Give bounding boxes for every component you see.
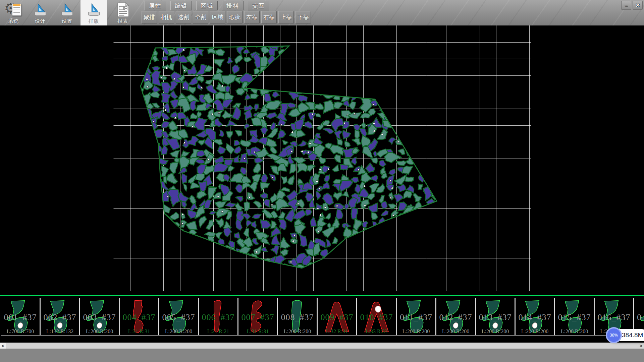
piece-thumbnail-007_#37[interactable]: 007_#37L:31 R:31 bbox=[238, 298, 278, 336]
scroll-left-arrow-icon[interactable]: < bbox=[0, 343, 6, 349]
tool-button-下靠[interactable]: 下靠 bbox=[296, 11, 311, 23]
app-tab-设计[interactable]: 设计 bbox=[27, 0, 54, 25]
app-launcher-row: ⚙系统设计设置排版报表 bbox=[0, 0, 136, 25]
tool-button-右靠[interactable]: 右靠 bbox=[261, 11, 277, 23]
piece-name-label: 015_#37 bbox=[555, 312, 594, 322]
app-tab-排版[interactable]: 排版 bbox=[80, 0, 107, 25]
piece-thumbnail-strip: 001_#37L:700 R:700002_#37L:132 R:132003_… bbox=[0, 295, 644, 338]
piece-name-label: 0 bbox=[634, 312, 644, 322]
menu-row: 属性编辑区域排料交互 bbox=[145, 1, 269, 10]
ruler-icon bbox=[86, 2, 102, 17]
window-controls: – ✕ bbox=[621, 1, 643, 10]
tool-button-区域[interactable]: 区域 bbox=[210, 11, 225, 23]
piece-lr-count-label: L:200 R:200 bbox=[436, 328, 475, 335]
app-tab-系统[interactable]: ⚙系统 bbox=[0, 0, 27, 25]
memory-usage-label: 384.8M bbox=[622, 331, 643, 339]
piece-name-label: 016_#37 bbox=[595, 312, 633, 322]
nesting-canvas[interactable] bbox=[0, 25, 644, 295]
tool-button-瑕疵[interactable]: 瑕疵 bbox=[227, 11, 243, 23]
piece-name-label: 008_#37 bbox=[278, 312, 317, 322]
piece-lr-count-label: L:31 R:31 bbox=[238, 328, 277, 335]
tool-button-左靠[interactable]: 左靠 bbox=[244, 11, 260, 23]
piece-lr-count-label: L:132 R:132 bbox=[41, 328, 79, 335]
piece-thumbnail-013_#37[interactable]: 013_#37L:200 R:200 bbox=[476, 298, 515, 336]
piece-name-label: 002_#37 bbox=[41, 312, 79, 322]
piece-name-label: 005_#37 bbox=[159, 312, 198, 322]
close-button[interactable]: ✕ bbox=[633, 1, 643, 10]
piece-thumbnail-list: 001_#37L:700 R:700002_#37L:132 R:132003_… bbox=[1, 298, 644, 336]
piece-name-label: 010_#37 bbox=[357, 312, 396, 322]
piece-lr-count-label: L:200 R:200 bbox=[397, 328, 435, 335]
piece-thumbnail-001_#37[interactable]: 001_#37L:700 R:700 bbox=[1, 298, 40, 336]
piece-thumbnail-012_#37[interactable]: 012_#37L:200 R:200 bbox=[436, 298, 476, 336]
tool-row: 聚排相机选割全割区域瑕疵左靠右靠上靠下靠 bbox=[142, 11, 311, 23]
piece-thumbnail-010_#37[interactable]: 010_#37L:33 R:33 bbox=[357, 298, 396, 336]
piece-thumbnail-003_#37[interactable]: 003_#37L:200 R:200 bbox=[80, 298, 119, 336]
piece-name-label: 009_#37 bbox=[318, 312, 356, 322]
piece-lr-count-label: L:32 R:31 bbox=[318, 328, 356, 335]
tool-button-聚排[interactable]: 聚排 bbox=[142, 11, 157, 23]
memory-status-badge: 38% 384.8M bbox=[608, 329, 644, 341]
system-gear-icon: ⚙ bbox=[5, 2, 22, 18]
piece-name-label: 003_#37 bbox=[80, 312, 119, 322]
piece-thumbnail-004_#37[interactable]: 004_#37L:31 R:31 bbox=[119, 298, 159, 336]
app-tab-报表[interactable]: 报表 bbox=[109, 0, 136, 25]
piece-name-label: 012_#37 bbox=[436, 312, 475, 322]
ruler-icon bbox=[33, 2, 48, 17]
report-icon bbox=[115, 2, 130, 17]
piece-lr-count-label: L:200 R:200 bbox=[278, 328, 317, 335]
tool-button-上靠[interactable]: 上靠 bbox=[278, 11, 294, 23]
minimize-button[interactable]: – bbox=[621, 1, 631, 10]
piece-lr-count-label: L:700 R:700 bbox=[1, 328, 40, 335]
app-tab-label: 排版 bbox=[89, 18, 99, 24]
app-tab-label: 报表 bbox=[117, 18, 128, 24]
app-tab-label: 设计 bbox=[35, 18, 46, 24]
app-tab-label: 设置 bbox=[62, 18, 72, 24]
tool-button-选割[interactable]: 选割 bbox=[176, 11, 191, 23]
app-tab-设置[interactable]: 设置 bbox=[54, 0, 80, 25]
ruler-icon bbox=[59, 2, 75, 17]
piece-name-label: 001_#37 bbox=[1, 312, 40, 322]
piece-name-label: 011_#37 bbox=[397, 312, 435, 322]
progress-percent-badge: 38% bbox=[606, 327, 622, 343]
menu-button-交互[interactable]: 交互 bbox=[248, 1, 269, 10]
tool-button-相机[interactable]: 相机 bbox=[159, 11, 174, 23]
piece-thumbnail-014_#37[interactable]: 014_#37L:200 R:200 bbox=[515, 298, 555, 336]
piece-name-label: 006_#37 bbox=[199, 312, 237, 322]
piece-thumbnail-008_#37[interactable]: 008_#37L:200 R:200 bbox=[278, 298, 317, 336]
piece-lr-count-label: L:200 R:200 bbox=[476, 328, 515, 335]
piece-name-label: 014_#37 bbox=[516, 312, 554, 322]
app-tab-label: 系统 bbox=[8, 18, 19, 24]
menu-button-编辑[interactable]: 编辑 bbox=[170, 1, 192, 10]
menu-button-属性[interactable]: 属性 bbox=[145, 1, 166, 10]
strip-divider-line bbox=[0, 295, 644, 296]
piece-lr-count-label: L:33 R:33 bbox=[357, 328, 396, 335]
piece-thumbnail-009_#37[interactable]: 009_#37L:32 R:31 bbox=[317, 298, 357, 336]
nesting-app-window: ⚙系统设计设置排版报表 属性编辑区域排料交互 聚排相机选割全割区域瑕疵左靠右靠上… bbox=[0, 0, 644, 362]
piece-thumbnail-002_#37[interactable]: 002_#37L:132 R:132 bbox=[40, 298, 80, 336]
piece-lr-count-label: L:200 R:200 bbox=[516, 328, 554, 335]
piece-name-label: 004_#37 bbox=[120, 312, 158, 322]
menu-button-排料[interactable]: 排料 bbox=[222, 1, 244, 10]
tool-button-全割[interactable]: 全割 bbox=[193, 11, 208, 23]
piece-name-label: 007_#37 bbox=[238, 312, 277, 322]
piece-thumbnail-005_#37[interactable]: 005_#37L:200 R:200 bbox=[159, 298, 199, 336]
piece-thumbnail-006_#37[interactable]: 006_#37L:21 R:21 bbox=[199, 298, 238, 336]
piece-lr-count-label: L:200 R:200 bbox=[159, 328, 198, 335]
piece-lr-count-label: L:21 R:21 bbox=[199, 328, 237, 335]
piece-thumbnail-015_#37[interactable]: 015_#37L:200 R:200 bbox=[555, 298, 594, 336]
piece-lr-count-label: L:200 R:200 bbox=[80, 328, 119, 335]
piece-name-label: 013_#37 bbox=[476, 312, 515, 322]
menu-button-区域[interactable]: 区域 bbox=[196, 1, 218, 10]
piece-lr-count-label: L:31 R:31 bbox=[120, 328, 158, 335]
horizontal-scrollbar[interactable]: < > bbox=[0, 343, 644, 349]
piece-lr-count-label: L:200 R:200 bbox=[555, 328, 594, 335]
piece-thumbnail-011_#37[interactable]: 011_#37L:200 R:200 bbox=[396, 298, 436, 336]
scroll-right-arrow-icon[interactable]: > bbox=[638, 343, 644, 349]
window-footer bbox=[0, 349, 644, 362]
